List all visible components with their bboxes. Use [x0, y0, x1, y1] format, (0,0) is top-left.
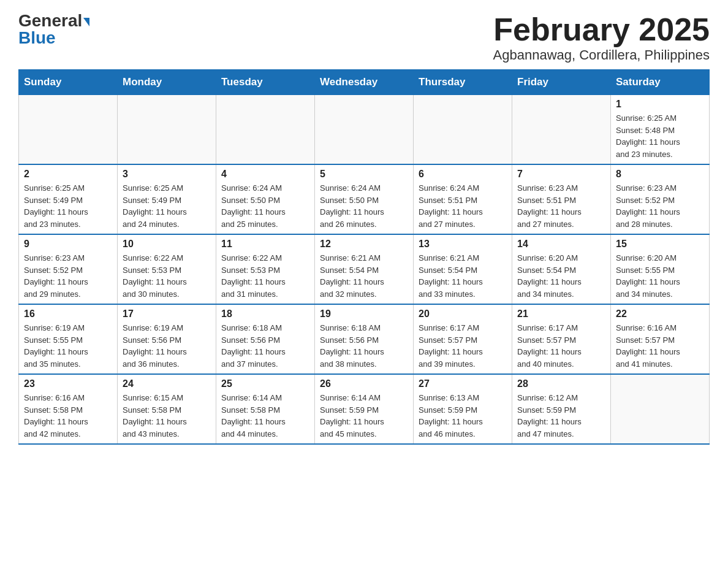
header-sunday: Sunday — [19, 70, 118, 95]
day-number: 1 — [616, 99, 704, 110]
table-row — [19, 95, 118, 165]
header-thursday: Thursday — [414, 70, 512, 95]
table-row: 22Sunrise: 6:16 AM Sunset: 5:57 PM Dayli… — [611, 304, 710, 374]
day-info: Sunrise: 6:21 AM Sunset: 5:54 PM Dayligh… — [320, 252, 408, 300]
day-info: Sunrise: 6:25 AM Sunset: 5:49 PM Dayligh… — [123, 182, 211, 230]
day-info: Sunrise: 6:22 AM Sunset: 5:53 PM Dayligh… — [123, 252, 211, 300]
day-info: Sunrise: 6:16 AM Sunset: 5:57 PM Dayligh… — [616, 322, 704, 370]
logo-arrow-icon — [83, 18, 89, 26]
table-row: 5Sunrise: 6:24 AM Sunset: 5:50 PM Daylig… — [315, 164, 414, 234]
day-number: 14 — [517, 239, 605, 250]
title-block: February 2025 Agbannawag, Cordillera, Ph… — [493, 12, 710, 63]
table-row: 1Sunrise: 6:25 AM Sunset: 5:48 PM Daylig… — [611, 95, 710, 165]
day-number: 13 — [419, 239, 507, 250]
day-number: 24 — [123, 378, 211, 389]
day-info: Sunrise: 6:17 AM Sunset: 5:57 PM Dayligh… — [517, 322, 605, 370]
day-info: Sunrise: 6:24 AM Sunset: 5:51 PM Dayligh… — [419, 182, 507, 230]
day-info: Sunrise: 6:16 AM Sunset: 5:58 PM Dayligh… — [24, 392, 112, 440]
table-row: 6Sunrise: 6:24 AM Sunset: 5:51 PM Daylig… — [414, 164, 512, 234]
day-info: Sunrise: 6:15 AM Sunset: 5:58 PM Dayligh… — [123, 392, 211, 440]
day-info: Sunrise: 6:23 AM Sunset: 5:52 PM Dayligh… — [616, 182, 704, 230]
day-number: 8 — [616, 169, 704, 180]
table-row: 27Sunrise: 6:13 AM Sunset: 5:59 PM Dayli… — [414, 374, 512, 444]
day-number: 15 — [616, 239, 704, 250]
day-number: 23 — [24, 378, 112, 389]
table-row: 26Sunrise: 6:14 AM Sunset: 5:59 PM Dayli… — [315, 374, 414, 444]
header-friday: Friday — [512, 70, 611, 95]
day-info: Sunrise: 6:21 AM Sunset: 5:54 PM Dayligh… — [419, 252, 507, 300]
table-row: 17Sunrise: 6:19 AM Sunset: 5:56 PM Dayli… — [118, 304, 216, 374]
day-number: 4 — [221, 169, 309, 180]
table-row — [611, 374, 710, 444]
day-number: 17 — [123, 308, 211, 320]
day-info: Sunrise: 6:25 AM Sunset: 5:48 PM Dayligh… — [616, 112, 704, 160]
table-row: 19Sunrise: 6:18 AM Sunset: 5:56 PM Dayli… — [315, 304, 414, 374]
table-row: 14Sunrise: 6:20 AM Sunset: 5:54 PM Dayli… — [512, 234, 611, 304]
header-wednesday: Wednesday — [315, 70, 414, 95]
day-info: Sunrise: 6:23 AM Sunset: 5:51 PM Dayligh… — [517, 182, 605, 230]
day-info: Sunrise: 6:23 AM Sunset: 5:52 PM Dayligh… — [24, 252, 112, 300]
day-info: Sunrise: 6:20 AM Sunset: 5:54 PM Dayligh… — [517, 252, 605, 300]
day-number: 7 — [517, 169, 605, 180]
table-row: 20Sunrise: 6:17 AM Sunset: 5:57 PM Dayli… — [414, 304, 512, 374]
header-saturday: Saturday — [611, 70, 710, 95]
page-title: February 2025 — [493, 12, 710, 47]
day-number: 6 — [419, 169, 507, 180]
table-row: 18Sunrise: 6:18 AM Sunset: 5:56 PM Dayli… — [216, 304, 315, 374]
day-number: 27 — [419, 378, 507, 389]
day-number: 3 — [123, 169, 211, 180]
table-row: 16Sunrise: 6:19 AM Sunset: 5:55 PM Dayli… — [19, 304, 118, 374]
calendar-week-row: 9Sunrise: 6:23 AM Sunset: 5:52 PM Daylig… — [19, 234, 710, 304]
table-row: 4Sunrise: 6:24 AM Sunset: 5:50 PM Daylig… — [216, 164, 315, 234]
day-info: Sunrise: 6:14 AM Sunset: 5:59 PM Dayligh… — [320, 392, 408, 440]
table-row: 10Sunrise: 6:22 AM Sunset: 5:53 PM Dayli… — [118, 234, 216, 304]
day-number: 22 — [616, 308, 704, 320]
table-row: 13Sunrise: 6:21 AM Sunset: 5:54 PM Dayli… — [414, 234, 512, 304]
day-number: 5 — [320, 169, 408, 180]
table-row: 15Sunrise: 6:20 AM Sunset: 5:55 PM Dayli… — [611, 234, 710, 304]
calendar-week-row: 23Sunrise: 6:16 AM Sunset: 5:58 PM Dayli… — [19, 374, 710, 444]
day-info: Sunrise: 6:19 AM Sunset: 5:55 PM Dayligh… — [24, 322, 112, 370]
table-row: 7Sunrise: 6:23 AM Sunset: 5:51 PM Daylig… — [512, 164, 611, 234]
day-number: 16 — [24, 308, 112, 320]
calendar-table: Sunday Monday Tuesday Wednesday Thursday… — [18, 69, 710, 445]
day-number: 26 — [320, 378, 408, 389]
day-info: Sunrise: 6:18 AM Sunset: 5:56 PM Dayligh… — [221, 322, 309, 370]
calendar-week-row: 16Sunrise: 6:19 AM Sunset: 5:55 PM Dayli… — [19, 304, 710, 374]
logo-blue-text: Blue — [18, 28, 56, 47]
table-row: 28Sunrise: 6:12 AM Sunset: 5:59 PM Dayli… — [512, 374, 611, 444]
table-row: 9Sunrise: 6:23 AM Sunset: 5:52 PM Daylig… — [19, 234, 118, 304]
day-info: Sunrise: 6:24 AM Sunset: 5:50 PM Dayligh… — [221, 182, 309, 230]
table-row: 21Sunrise: 6:17 AM Sunset: 5:57 PM Dayli… — [512, 304, 611, 374]
day-info: Sunrise: 6:18 AM Sunset: 5:56 PM Dayligh… — [320, 322, 408, 370]
day-info: Sunrise: 6:14 AM Sunset: 5:58 PM Dayligh… — [221, 392, 309, 440]
day-info: Sunrise: 6:13 AM Sunset: 5:59 PM Dayligh… — [419, 392, 507, 440]
table-row — [216, 95, 315, 165]
table-row: 25Sunrise: 6:14 AM Sunset: 5:58 PM Dayli… — [216, 374, 315, 444]
day-number: 20 — [419, 308, 507, 320]
table-row — [118, 95, 216, 165]
table-row — [315, 95, 414, 165]
day-info: Sunrise: 6:17 AM Sunset: 5:57 PM Dayligh… — [419, 322, 507, 370]
table-row: 24Sunrise: 6:15 AM Sunset: 5:58 PM Dayli… — [118, 374, 216, 444]
day-number: 9 — [24, 239, 112, 250]
day-info: Sunrise: 6:24 AM Sunset: 5:50 PM Dayligh… — [320, 182, 408, 230]
day-number: 18 — [221, 308, 309, 320]
page-header: General Blue February 2025 Agbannawag, C… — [18, 12, 710, 63]
table-row: 8Sunrise: 6:23 AM Sunset: 5:52 PM Daylig… — [611, 164, 710, 234]
table-row: 3Sunrise: 6:25 AM Sunset: 5:49 PM Daylig… — [118, 164, 216, 234]
day-number: 28 — [517, 378, 605, 389]
day-number: 12 — [320, 239, 408, 250]
day-info: Sunrise: 6:25 AM Sunset: 5:49 PM Dayligh… — [24, 182, 112, 230]
day-number: 21 — [517, 308, 605, 320]
day-number: 19 — [320, 308, 408, 320]
table-row: 11Sunrise: 6:22 AM Sunset: 5:53 PM Dayli… — [216, 234, 315, 304]
day-info: Sunrise: 6:20 AM Sunset: 5:55 PM Dayligh… — [616, 252, 704, 300]
table-row — [512, 95, 611, 165]
day-number: 10 — [123, 239, 211, 250]
calendar-week-row: 1Sunrise: 6:25 AM Sunset: 5:48 PM Daylig… — [19, 95, 710, 165]
logo: General Blue — [18, 12, 89, 47]
table-row: 12Sunrise: 6:21 AM Sunset: 5:54 PM Dayli… — [315, 234, 414, 304]
day-info: Sunrise: 6:22 AM Sunset: 5:53 PM Dayligh… — [221, 252, 309, 300]
header-tuesday: Tuesday — [216, 70, 315, 95]
